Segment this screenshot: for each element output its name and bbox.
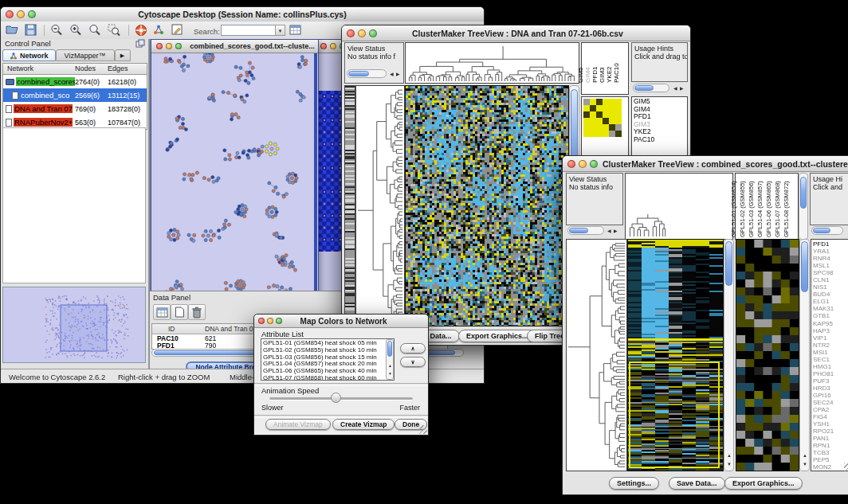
- zoom-button[interactable]: [276, 318, 282, 324]
- attribute-list-item[interactable]: GPL51-04 (GSM857) heat shock 20 min: [263, 361, 384, 368]
- gene-label[interactable]: SEC1: [811, 356, 848, 363]
- close-button[interactable]: [320, 43, 327, 49]
- gene-label[interactable]: GTB1: [811, 312, 848, 319]
- row-label[interactable]: PFD1: [632, 113, 687, 121]
- vscrollbar-thumb[interactable]: [387, 341, 392, 357]
- search-dropdown-icon[interactable]: ▾: [275, 25, 285, 36]
- create-attribute-icon[interactable]: [171, 304, 188, 320]
- main-titlebar[interactable]: Cytoscape Desktop (Session Name: collins…: [1, 7, 484, 22]
- gene-label[interactable]: RPN1: [811, 442, 848, 449]
- close-button[interactable]: [258, 318, 265, 324]
- hscrollbar-thumb[interactable]: [348, 71, 369, 76]
- tv1-labels-hscrollbar[interactable]: [633, 84, 669, 92]
- gene-label[interactable]: PEP5: [811, 456, 848, 463]
- select-attributes-icon[interactable]: [153, 304, 171, 320]
- tv2-heatmap-vscrollbar[interactable]: ▲ ▼: [724, 239, 734, 471]
- gene-label[interactable]: HRD3: [811, 385, 848, 392]
- col-id[interactable]: ID: [168, 325, 175, 333]
- column-label[interactable]: PAC10: [619, 43, 626, 94]
- gene-label[interactable]: MSI1: [811, 349, 848, 356]
- search-input[interactable]: [221, 25, 277, 36]
- float-panel-icon[interactable]: [135, 39, 145, 49]
- zoom-selected-icon[interactable]: [108, 24, 122, 37]
- vscrollbar-thumb[interactable]: [800, 177, 807, 209]
- gene-label[interactable]: RPO21: [811, 428, 848, 435]
- gene-label[interactable]: SPC98: [811, 269, 848, 276]
- move-attribute-down-button[interactable]: ∨: [400, 357, 426, 367]
- vscrollbar-thumb[interactable]: [801, 241, 808, 292]
- close-button[interactable]: [347, 29, 355, 37]
- resize-grip[interactable]: [844, 463, 848, 471]
- move-attribute-up-button[interactable]: ∧: [400, 343, 426, 354]
- hscrollbar-thumb[interactable]: [634, 85, 654, 91]
- gene-label[interactable]: FIG4: [811, 413, 848, 420]
- attribute-list-item[interactable]: GPL51-01 (GSM854) heat shock 05 min: [263, 340, 384, 347]
- tv2-export-graphics-button[interactable]: Export Graphics...: [724, 477, 803, 490]
- row-label[interactable]: GIM5: [632, 98, 687, 106]
- scroll-left-icon[interactable]: ◀: [607, 229, 611, 233]
- scroll-left-icon[interactable]: ◀: [390, 72, 394, 76]
- attribute-browser-icon[interactable]: [289, 24, 304, 37]
- gene-label[interactable]: HMG1: [811, 363, 848, 370]
- tv1-export-graphics-button[interactable]: Export Graphics...: [458, 330, 536, 342]
- row-label[interactable]: YKE2: [632, 128, 687, 136]
- row-dendrogram-canvas[interactable]: [356, 86, 404, 326]
- zoom-fit-icon[interactable]: [88, 24, 103, 37]
- row-label[interactable]: PAC10: [632, 136, 687, 144]
- row-label[interactable]: GIM3: [632, 121, 687, 129]
- attribute-list-item[interactable]: GPL51-02 (GSM855) heat shock 10 min: [263, 347, 384, 354]
- tv2-status-hscrollbar[interactable]: [567, 226, 604, 235]
- gene-label[interactable]: PFD1: [811, 240, 848, 248]
- gene-label[interactable]: PUF3: [811, 377, 848, 385]
- network-view-1-titlebar[interactable]: combined_scores_good.txt--cluste...: [151, 40, 318, 53]
- scroll-up-icon[interactable]: ▲: [388, 364, 392, 368]
- column-dendrogram-canvas[interactable]: [406, 43, 579, 83]
- scroll-up-icon[interactable]: ▲: [727, 453, 732, 458]
- attribute-list-vscrollbar[interactable]: ▲ ▼: [386, 339, 394, 380]
- zoom-out-icon[interactable]: [50, 24, 65, 37]
- vscrollbar-thumb[interactable]: [725, 241, 732, 286]
- network-editor-icon[interactable]: [152, 24, 167, 37]
- scroll-down-icon[interactable]: ▼: [727, 462, 732, 467]
- tv2-usage-hscrollbar[interactable]: [811, 226, 843, 235]
- gene-label[interactable]: SEC24: [811, 399, 848, 406]
- gene-label[interactable]: VIP1: [811, 334, 848, 342]
- gene-label[interactable]: CPA2: [811, 406, 848, 413]
- minimize-button[interactable]: [358, 29, 366, 37]
- minimize-button[interactable]: [330, 43, 336, 49]
- row-dendrogram-canvas[interactable]: [567, 240, 626, 471]
- gene-label[interactable]: HAP3: [811, 327, 848, 334]
- scroll-right-icon[interactable]: ▶: [396, 72, 400, 76]
- speed-slider-thumb[interactable]: [331, 393, 341, 403]
- tab-vizmapper[interactable]: VizMapper™: [56, 49, 115, 61]
- scroll-up-icon[interactable]: ▲: [803, 453, 807, 458]
- network-table-row[interactable]: combined_sco 2569(6) 13112(15): [3, 88, 147, 102]
- tv2-save-data-button[interactable]: Save Data...: [669, 477, 725, 490]
- birdseye-canvas[interactable]: [3, 287, 145, 362]
- hscrollbar-thumb[interactable]: [569, 228, 588, 233]
- gene-label[interactable]: MSL1: [811, 262, 848, 269]
- gene-label[interactable]: RNR4: [811, 255, 848, 262]
- network-view-canvas[interactable]: [152, 53, 317, 305]
- zoom-in-icon[interactable]: [69, 24, 84, 37]
- gene-label[interactable]: CLN1: [811, 276, 848, 283]
- scroll-down-icon[interactable]: ▼: [803, 462, 807, 467]
- tv1-global-row-strip[interactable]: [344, 85, 355, 326]
- minimize-button[interactable]: [579, 160, 587, 168]
- tv2-settings-button[interactable]: Settings...: [609, 477, 659, 490]
- gene-label[interactable]: ELG1: [811, 298, 848, 305]
- gene-label[interactable]: NTR2: [811, 342, 848, 349]
- gene-label[interactable]: PHO81: [811, 370, 848, 377]
- delete-attribute-icon[interactable]: [188, 304, 206, 320]
- mini-heatmap-canvas[interactable]: [583, 99, 622, 137]
- close-button[interactable]: [6, 10, 14, 18]
- gene-label[interactable]: BUD4: [811, 291, 848, 298]
- minimize-button[interactable]: [267, 318, 273, 324]
- tv1-status-hscrollbar[interactable]: [347, 69, 387, 78]
- create-vizmap-button[interactable]: Create Vizmap: [332, 419, 395, 430]
- col-nodes[interactable]: Nodes: [75, 64, 96, 72]
- zoom-button[interactable]: [590, 160, 598, 168]
- zoom-button[interactable]: [175, 43, 182, 49]
- heatmap-canvas[interactable]: [628, 240, 723, 471]
- gene-label[interactable]: MAK31: [811, 305, 848, 312]
